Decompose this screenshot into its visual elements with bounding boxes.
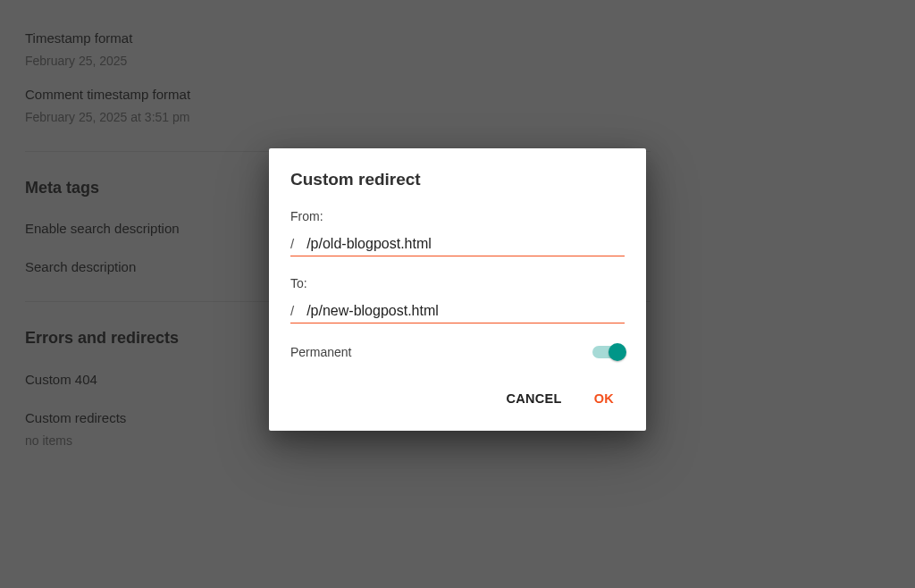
to-prefix: /: [290, 303, 294, 318]
custom-redirect-dialog: Custom redirect From: / To: / Permanent …: [269, 148, 646, 431]
from-prefix: /: [290, 236, 294, 251]
permanent-label: Permanent: [290, 345, 351, 359]
to-input[interactable]: [306, 303, 625, 319]
toggle-thumb: [609, 343, 626, 361]
to-field: To: /: [290, 276, 625, 323]
ok-button[interactable]: OK: [591, 386, 617, 411]
from-field: From: /: [290, 209, 625, 256]
from-label: From:: [290, 209, 625, 223]
dialog-title: Custom redirect: [290, 170, 625, 189]
dialog-actions: CANCEL OK: [290, 377, 625, 420]
to-label: To:: [290, 276, 625, 290]
to-input-row: /: [290, 303, 625, 323]
from-input[interactable]: [306, 236, 625, 252]
permanent-row: Permanent: [290, 343, 625, 361]
cancel-button[interactable]: CANCEL: [502, 386, 565, 411]
permanent-toggle[interactable]: [592, 343, 625, 361]
from-input-row: /: [290, 236, 625, 256]
